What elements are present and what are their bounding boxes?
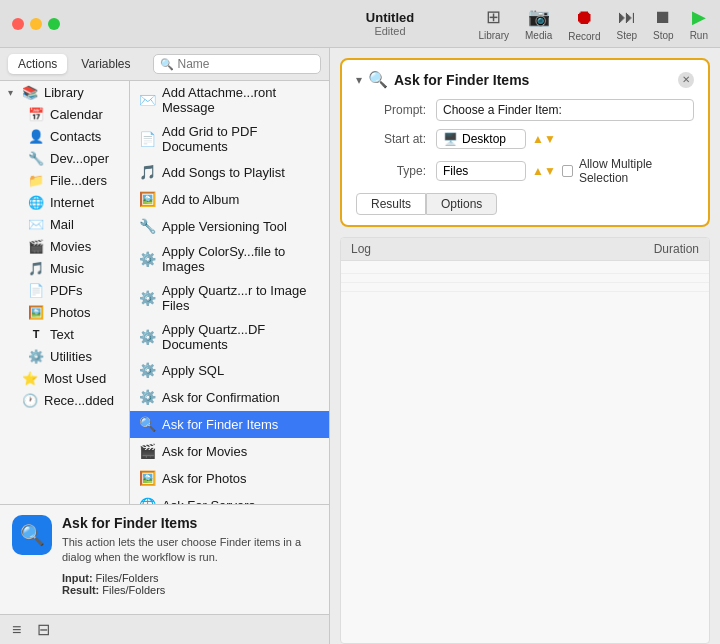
- stop-button[interactable]: ⏹ Stop: [653, 7, 674, 41]
- search-icon: 🔍: [160, 58, 174, 71]
- sidebar-item-utilities[interactable]: ⚙️ Utilities: [0, 345, 129, 367]
- action-add-album[interactable]: 🖼️ Add to Album: [130, 186, 329, 213]
- mostused-icon: ⭐: [22, 370, 38, 386]
- log-header: Log Duration: [341, 238, 709, 261]
- action-add-grid[interactable]: 📄 Add Grid to PDF Documents: [130, 120, 329, 159]
- detail-prompt-value: [436, 99, 694, 121]
- detail-prompt-row: Prompt:: [356, 99, 694, 121]
- allow-multiple-label: Allow Multiple Selection: [579, 157, 694, 185]
- startat-select[interactable]: 🖥️ Desktop: [436, 129, 526, 149]
- log-row-1: [341, 265, 709, 274]
- action-icon-apply-quartz-img: ⚙️: [138, 289, 156, 307]
- action-apply-quartz-df[interactable]: ⚙️ Apply Quartz...DF Documents: [130, 318, 329, 357]
- detail-card-title: Ask for Finder Items: [394, 72, 678, 88]
- titlebar: Untitled Edited ⊞ Library 📷 Media ⏺ Reco…: [0, 0, 720, 48]
- sidebar-item-photos[interactable]: 🖼️ Photos: [0, 301, 129, 323]
- info-input-label: Input:: [62, 572, 93, 584]
- detail-card-header: ▾ 🔍 Ask for Finder Items ✕: [356, 70, 694, 89]
- library-button[interactable]: ⊞ Library: [478, 6, 509, 41]
- tab-options[interactable]: Options: [426, 193, 497, 215]
- sidebar-label-contacts: Contacts: [50, 129, 117, 144]
- sidebar-item-pdfs[interactable]: 📄 PDFs: [0, 279, 129, 301]
- minimize-button[interactable]: [30, 18, 42, 30]
- column-view-button[interactable]: ⊟: [33, 618, 54, 641]
- tab-variables[interactable]: Variables: [71, 54, 140, 74]
- detail-startat-row: Start at: 🖥️ Desktop ▲▼: [356, 129, 694, 149]
- library-icon: ⊞: [486, 6, 501, 28]
- prompt-input[interactable]: [436, 99, 694, 121]
- sidebar-item-most-used[interactable]: ⭐ Most Used: [0, 367, 129, 389]
- action-ask-servers[interactable]: 🌐 Ask For Servers: [130, 492, 329, 504]
- record-button[interactable]: ⏺ Record: [568, 6, 600, 42]
- action-apple-versioning[interactable]: 🔧 Apple Versioning Tool: [130, 213, 329, 240]
- action-icon-add-songs: 🎵: [138, 163, 156, 181]
- log-col-log: Log: [351, 242, 619, 256]
- pdfs-icon: 📄: [28, 282, 44, 298]
- sidebar-item-library[interactable]: ▾ 📚 Library: [0, 81, 129, 103]
- sidebar-item-files[interactable]: 📁 File...ders: [0, 169, 129, 191]
- developer-icon: 🔧: [28, 150, 44, 166]
- action-apply-colorsy[interactable]: ⚙️ Apply ColorSy...file to Images: [130, 240, 329, 279]
- sidebar-item-music[interactable]: 🎵 Music: [0, 257, 129, 279]
- sidebar-item-mail[interactable]: ✉️ Mail: [0, 213, 129, 235]
- sidebar-item-text[interactable]: T Text: [0, 323, 129, 345]
- sidebar-item-calendar[interactable]: 📅 Calendar: [0, 103, 129, 125]
- maximize-button[interactable]: [48, 18, 60, 30]
- sidebar-item-developer[interactable]: 🔧 Dev...oper: [0, 147, 129, 169]
- action-add-attachment[interactable]: ✉️ Add Attachme...ront Message: [130, 81, 329, 120]
- action-icon-ask-confirmation: ⚙️: [138, 388, 156, 406]
- action-ask-finder-items[interactable]: 🔍 Ask for Finder Items: [130, 411, 329, 438]
- run-button[interactable]: ▶ Run: [690, 6, 708, 41]
- sidebar-label-recently-used: Rece...dded: [44, 393, 117, 408]
- run-label: Run: [690, 30, 708, 41]
- action-ask-confirmation[interactable]: ⚙️ Ask for Confirmation: [130, 384, 329, 411]
- detail-close-button[interactable]: ✕: [678, 72, 694, 88]
- sidebar-item-movies[interactable]: 🎬 Movies: [0, 235, 129, 257]
- action-icon-add-album: 🖼️: [138, 190, 156, 208]
- action-apply-sql[interactable]: ⚙️ Apply SQL: [130, 357, 329, 384]
- log-area: Log Duration: [340, 237, 710, 644]
- sidebar-label-text: Text: [50, 327, 117, 342]
- search-input[interactable]: [178, 57, 315, 71]
- detail-toggle[interactable]: ▾: [356, 73, 362, 87]
- info-input: Input: Files/Folders: [62, 572, 317, 584]
- tab-actions[interactable]: Actions: [8, 54, 67, 74]
- actions-list-panel: ✉️ Add Attachme...ront Message 📄 Add Gri…: [130, 81, 329, 504]
- action-add-songs[interactable]: 🎵 Add Songs to Playlist: [130, 159, 329, 186]
- sidebar-label-calendar: Calendar: [50, 107, 117, 122]
- movies-icon: 🎬: [28, 238, 44, 254]
- photos-icon: 🖼️: [28, 304, 44, 320]
- media-icon: 📷: [528, 6, 550, 28]
- allow-multiple-checkbox-row: Allow Multiple Selection: [562, 157, 694, 185]
- sidebar-label-mail: Mail: [50, 217, 117, 232]
- action-ask-movies[interactable]: 🎬 Ask for Movies: [130, 438, 329, 465]
- action-ask-photos[interactable]: 🖼️ Ask for Photos: [130, 465, 329, 492]
- action-icon-add-attachment: ✉️: [138, 91, 156, 109]
- window-title: Untitled: [366, 10, 414, 25]
- step-button[interactable]: ⏭ Step: [616, 7, 637, 41]
- media-button[interactable]: 📷 Media: [525, 6, 552, 41]
- allow-multiple-checkbox[interactable]: [562, 165, 573, 177]
- utilities-icon: ⚙️: [28, 348, 44, 364]
- info-panel: 🔍 Ask for Finder Items This action lets …: [0, 504, 329, 614]
- action-label: Ask for Photos: [162, 471, 247, 486]
- action-apply-quartz-img[interactable]: ⚙️ Apply Quartz...r to Image Files: [130, 279, 329, 318]
- sidebar-item-contacts[interactable]: 👤 Contacts: [0, 125, 129, 147]
- files-icon: 📁: [28, 172, 44, 188]
- action-icon-ask-finder-items: 🔍: [138, 415, 156, 433]
- sidebar-item-recently-used[interactable]: 🕐 Rece...dded: [0, 389, 129, 411]
- close-button[interactable]: [12, 18, 24, 30]
- tab-results[interactable]: Results: [356, 193, 426, 215]
- detail-card-icon: 🔍: [368, 70, 388, 89]
- left-panel: Actions Variables 🔍 ▾ 📚 Library 📅 Calend…: [0, 48, 330, 644]
- sidebar-label-photos: Photos: [50, 305, 117, 320]
- sidebar-item-internet[interactable]: 🌐 Internet: [0, 191, 129, 213]
- toolbar-right: ⊞ Library 📷 Media ⏺ Record ⏭ Step ⏹ Stop…: [478, 6, 708, 42]
- sidebar-label-developer: Dev...oper: [50, 151, 117, 166]
- main-content: Actions Variables 🔍 ▾ 📚 Library 📅 Calend…: [0, 48, 720, 644]
- detail-startat-value: 🖥️ Desktop ▲▼: [436, 129, 694, 149]
- action-label: Apple Versioning Tool: [162, 219, 287, 234]
- info-result-value: Files/Folders: [102, 584, 165, 596]
- list-view-button[interactable]: ≡: [8, 619, 25, 641]
- type-select[interactable]: Files: [436, 161, 526, 181]
